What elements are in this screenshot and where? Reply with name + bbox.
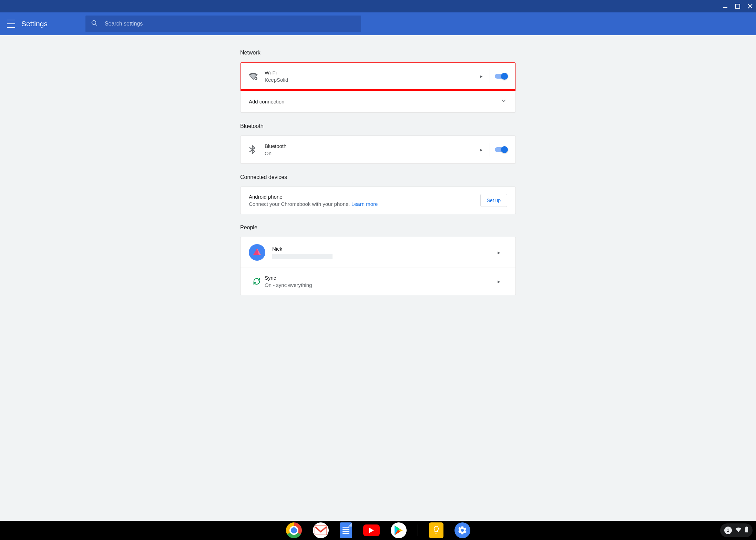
- sync-icon: [249, 278, 265, 285]
- network-card: Wi-Fi KeepSolid ▶ Add connection: [240, 62, 516, 113]
- shelf-app-keep[interactable]: [429, 522, 443, 538]
- learn-more-link[interactable]: Learn more: [351, 201, 378, 207]
- system-tray[interactable]: 2: [720, 523, 753, 537]
- user-row[interactable]: Nick ▶: [241, 237, 515, 268]
- shelf-app-play-store[interactable]: [391, 522, 407, 538]
- menu-button[interactable]: [7, 20, 15, 28]
- svg-rect-1: [736, 4, 740, 8]
- search-box[interactable]: [85, 16, 361, 32]
- bluetooth-row[interactable]: Bluetooth On ▶: [241, 136, 515, 163]
- bluetooth-label: Bluetooth: [265, 143, 473, 149]
- window-close-button[interactable]: [747, 3, 753, 9]
- svg-rect-7: [255, 78, 256, 79]
- add-connection-label: Add connection: [249, 99, 500, 104]
- android-phone-row: Android phone Connect your Chromebook wi…: [241, 187, 515, 214]
- shelf-separator: [418, 524, 418, 536]
- window-minimize-button[interactable]: [722, 3, 728, 9]
- bluetooth-card: Bluetooth On ▶: [240, 136, 516, 164]
- chevron-down-icon: [500, 97, 507, 106]
- connected-devices-card: Android phone Connect your Chromebook wi…: [240, 187, 516, 214]
- shelf: 2: [0, 521, 756, 540]
- search-icon: [91, 20, 98, 28]
- android-phone-desc: Connect your Chromebook with your phone.…: [249, 201, 480, 207]
- svg-rect-17: [745, 527, 748, 532]
- svg-rect-18: [746, 527, 747, 527]
- wifi-ssid: KeepSolid: [265, 77, 473, 83]
- tray-battery-icon: [745, 527, 748, 534]
- bluetooth-icon: [249, 145, 265, 154]
- page-title: Settings: [21, 20, 48, 28]
- window-maximize-button[interactable]: [735, 3, 741, 9]
- section-title-bluetooth: Bluetooth: [240, 123, 516, 129]
- shelf-app-settings[interactable]: [454, 522, 470, 538]
- sync-row[interactable]: Sync On - sync everything ▶: [241, 268, 515, 295]
- svg-rect-10: [315, 526, 327, 535]
- sync-status: On - sync everything: [265, 282, 491, 288]
- settings-content: Network Wi-Fi KeepSolid ▶: [0, 35, 756, 521]
- section-title-network: Network: [240, 50, 516, 56]
- shelf-app-docs[interactable]: [340, 522, 352, 538]
- user-name: Nick: [272, 246, 491, 252]
- setup-button[interactable]: Set up: [480, 194, 507, 207]
- shelf-app-gmail[interactable]: [313, 522, 329, 538]
- notifications-count: 2: [724, 527, 732, 534]
- svg-line-5: [95, 24, 97, 26]
- wifi-toggle[interactable]: [495, 74, 507, 79]
- shelf-app-youtube[interactable]: [363, 524, 380, 536]
- bluetooth-toggle[interactable]: [495, 147, 507, 152]
- chevron-right-icon: ▶: [480, 74, 483, 78]
- search-input[interactable]: [105, 21, 356, 27]
- sync-label: Sync: [265, 275, 491, 281]
- wifi-label: Wi-Fi: [265, 70, 473, 76]
- android-phone-label: Android phone: [249, 194, 480, 200]
- wifi-icon: [249, 72, 265, 80]
- window-chrome: [0, 0, 756, 12]
- section-title-people: People: [240, 224, 516, 231]
- app-header: Settings: [0, 12, 756, 35]
- chevron-right-icon: ▶: [498, 251, 500, 254]
- tray-wifi-icon: [735, 527, 742, 533]
- chevron-right-icon: ▶: [498, 280, 500, 283]
- add-connection-row[interactable]: Add connection: [241, 90, 515, 112]
- bluetooth-status: On: [265, 150, 473, 156]
- section-title-connected: Connected devices: [240, 174, 516, 180]
- people-card: Nick ▶ Sync On - sync everything ▶: [240, 237, 516, 295]
- avatar: [249, 244, 265, 261]
- wifi-row[interactable]: Wi-Fi KeepSolid ▶: [241, 62, 515, 90]
- shelf-app-chrome[interactable]: [286, 522, 302, 538]
- chevron-right-icon: ▶: [480, 148, 483, 152]
- svg-point-4: [92, 21, 96, 25]
- user-email-redacted: [272, 254, 333, 259]
